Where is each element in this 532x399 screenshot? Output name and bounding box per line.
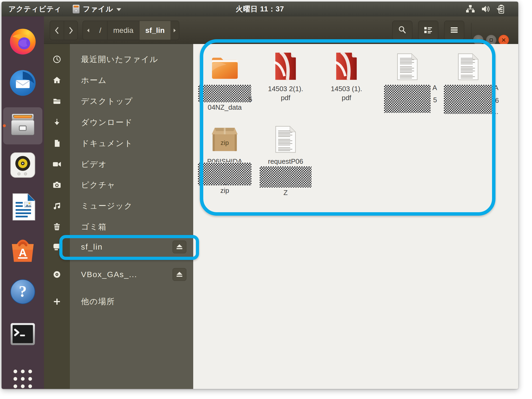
pdf-file-icon bbox=[335, 48, 358, 81]
view-toggle-button[interactable] bbox=[418, 21, 438, 40]
visible-name-fragment: 5 bbox=[249, 95, 252, 104]
file-name-line: 14503 (1). bbox=[331, 84, 362, 93]
sidebar-item-label: VBox_GAs_... bbox=[81, 270, 137, 279]
home-icon bbox=[44, 76, 70, 85]
file-item-pdf[interactable]: 14503 2(1).pdf bbox=[256, 48, 315, 102]
path-segment-media[interactable]: media bbox=[107, 21, 139, 40]
file-item-text[interactable]: A6.. bbox=[438, 48, 498, 114]
sidebar-item-label: ドキュメント bbox=[81, 138, 133, 149]
redacted-text-block bbox=[198, 85, 251, 102]
file-name: requestP06Z bbox=[260, 157, 312, 197]
path-segment-[interactable]: / bbox=[93, 21, 107, 40]
file-name-line: requestP06 bbox=[268, 157, 303, 166]
sidebar-item-[interactable]: ゴミ箱 bbox=[44, 219, 193, 234]
menu-button[interactable] bbox=[444, 21, 464, 40]
redacted-text-block bbox=[444, 85, 493, 114]
sidebar-item-vbox_gas_[interactable]: VBox_GAs_... bbox=[44, 267, 193, 282]
file-item-text[interactable]: requestP06Z bbox=[256, 121, 315, 197]
dock-item-app-grid[interactable] bbox=[2, 368, 44, 389]
maximize-button[interactable] bbox=[486, 35, 497, 45]
sidebar-item-[interactable]: ピクチャ bbox=[44, 178, 193, 192]
folder-file-icon bbox=[210, 48, 239, 81]
sidebar-item-[interactable]: 他の場所 bbox=[44, 294, 193, 309]
clock[interactable]: 火曜日 11：37 bbox=[2, 2, 518, 16]
sidebar-item-[interactable]: ドキュメント bbox=[44, 136, 193, 151]
file-name: P06ISHIDA_zip bbox=[198, 157, 251, 195]
clock-icon bbox=[44, 55, 70, 64]
eject-button[interactable] bbox=[173, 241, 186, 253]
volume-icon bbox=[481, 4, 491, 14]
forward-button[interactable] bbox=[64, 21, 78, 40]
close-button[interactable] bbox=[498, 35, 509, 45]
file-item-text[interactable]: A5 bbox=[377, 48, 437, 113]
search-icon bbox=[398, 25, 407, 36]
path-scroll-left-icon[interactable] bbox=[83, 21, 93, 40]
path-segment-sflin[interactable]: sf_lin bbox=[139, 21, 170, 40]
minimize-button[interactable] bbox=[473, 35, 484, 45]
file-name: A5 bbox=[384, 84, 431, 113]
redacted-text-block bbox=[384, 85, 431, 113]
visible-name-fragment: .. bbox=[495, 107, 498, 116]
dock-item-thunderbird[interactable] bbox=[2, 69, 44, 98]
sidebar-item-label: ダウンロード bbox=[81, 117, 133, 128]
dock-item-terminal[interactable] bbox=[2, 321, 44, 348]
dock-item-libreoffice-writer[interactable] bbox=[2, 193, 44, 222]
file-name: 14503 2(1).pdf bbox=[268, 84, 303, 102]
help-icon: ? bbox=[9, 278, 37, 307]
hamburger-icon bbox=[450, 25, 459, 36]
files-icon bbox=[8, 111, 37, 141]
divider bbox=[471, 23, 471, 38]
sidebar-item-[interactable]: ダウンロード bbox=[44, 115, 193, 130]
gnome-top-bar: アクティビティ ファイル 火曜日 11：37 bbox=[2, 2, 518, 16]
sidebar-item-[interactable]: ミュージック bbox=[44, 198, 193, 213]
history-nav-group bbox=[50, 21, 78, 40]
sidebar-item-[interactable]: 最近開いたファイル bbox=[44, 52, 193, 67]
sidebar-item-label: 最近開いたファイル bbox=[81, 54, 158, 65]
ubuntu-dock: A? bbox=[2, 16, 44, 389]
eject-button[interactable] bbox=[173, 268, 186, 281]
search-button[interactable] bbox=[392, 21, 412, 40]
visible-name-fragment: A bbox=[494, 83, 498, 92]
file-name: 504NZ_data bbox=[198, 84, 251, 112]
sidebar-item-[interactable]: ホーム bbox=[44, 73, 193, 88]
redacted-text-block bbox=[260, 166, 312, 188]
file-grid[interactable]: 504NZ_data14503 2(1).pdf14503 (1).pdfA5A… bbox=[193, 44, 518, 389]
back-button[interactable] bbox=[50, 21, 64, 40]
dock-item-firefox[interactable] bbox=[2, 27, 44, 56]
dock-item-files[interactable] bbox=[2, 111, 44, 141]
visible-name-fragment: _ bbox=[223, 176, 227, 185]
file-item-folder[interactable]: 504NZ_data bbox=[195, 48, 255, 112]
file-name-line: pdf bbox=[281, 93, 290, 102]
text-file-icon bbox=[397, 48, 418, 81]
system-tray[interactable] bbox=[481, 2, 501, 16]
text-file-icon bbox=[458, 48, 479, 81]
sidebar-item-label: デスクトップ bbox=[81, 96, 133, 107]
file-item-zip[interactable]: zipP06ISHIDA_zip bbox=[195, 121, 255, 195]
window-header-bar: /mediasf_lin bbox=[44, 16, 518, 44]
svg-text:A: A bbox=[19, 246, 27, 259]
trash-icon bbox=[44, 223, 70, 231]
file-name: A6.. bbox=[444, 84, 493, 114]
plus-icon bbox=[44, 297, 70, 306]
dock-item-rhythmbox[interactable] bbox=[2, 151, 44, 180]
sidebar-item-[interactable]: ビデオ bbox=[44, 157, 193, 172]
path-bar: /mediasf_lin bbox=[83, 21, 179, 40]
path-scroll-right-icon[interactable] bbox=[170, 21, 179, 40]
dock-item-help[interactable]: ? bbox=[2, 278, 44, 307]
file-name: 14503 (1).pdf bbox=[331, 84, 362, 102]
file-name-line: P06ISHIDA bbox=[207, 157, 242, 162]
sidebar-item-[interactable]: デスクトップ bbox=[44, 94, 193, 109]
sidebar-item-label: ピクチャ bbox=[81, 180, 116, 190]
firefox-icon bbox=[8, 27, 37, 56]
sidebar-item-sf_lin[interactable]: sf_lin bbox=[44, 240, 193, 254]
list-view-icon bbox=[423, 25, 433, 36]
zip-file-icon: zip bbox=[210, 121, 240, 153]
download-icon bbox=[44, 118, 70, 127]
visible-name-fragment: 6 bbox=[495, 96, 499, 105]
places-sidebar: 最近開いたファイルホームデスクトップダウンロードドキュメントビデオピクチャミュー… bbox=[44, 44, 193, 389]
sidebar-item-label: ホーム bbox=[81, 75, 107, 86]
thunderbird-icon bbox=[8, 69, 37, 98]
dock-item-ubuntu-software[interactable]: A bbox=[2, 236, 44, 266]
libreoffice-writer-icon bbox=[9, 193, 37, 222]
file-item-pdf[interactable]: 14503 (1).pdf bbox=[317, 48, 376, 102]
